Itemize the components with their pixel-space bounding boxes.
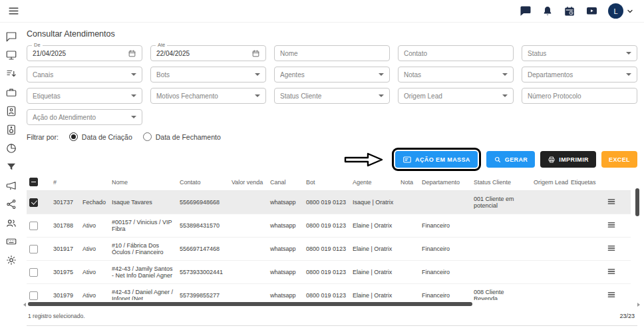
nome-input[interactable] [280, 50, 384, 57]
avatar[interactable]: L [608, 3, 623, 19]
imprimir-button[interactable]: IMPRIMIR [540, 151, 596, 168]
acao-atendimento-select[interactable]: Ação do Atendimento [27, 109, 142, 125]
chevron-down-icon [502, 73, 508, 76]
radio-data-criacao[interactable]: Data de Criação [69, 132, 132, 141]
status-text: Ativo [80, 214, 109, 238]
date-to-input[interactable] [156, 50, 247, 57]
acao-em-massa-button[interactable]: AÇÃO EM MASSA [395, 151, 478, 168]
table-header-row: # Nome Contato Valor venda Canal Bot Age… [27, 174, 631, 191]
sidebar-item-contacts[interactable] [5, 105, 18, 117]
row-menu-icon[interactable] [607, 244, 616, 253]
date-to-field[interactable]: Até [150, 45, 266, 61]
departamentos-select[interactable]: Departamentos [522, 67, 637, 82]
scroll-left-arrow[interactable] [23, 303, 26, 307]
vertical-scrollbar-thumb[interactable] [635, 188, 640, 216]
calendar-clock-icon[interactable] [564, 5, 575, 17]
sidebar-item-campaigns[interactable] [5, 180, 18, 192]
bell-icon[interactable] [542, 5, 554, 17]
numero-protocolo-input[interactable] [528, 92, 631, 100]
row-menu-icon[interactable] [607, 267, 616, 276]
col-valor-venda: Valor venda [229, 174, 267, 191]
radio-icon[interactable] [69, 132, 78, 141]
sidebar-item-integrations[interactable] [5, 198, 18, 210]
bots-select[interactable]: Bots [150, 67, 266, 82]
filtrar-por-label: Filtrar por: [27, 133, 59, 141]
filter-form: De Até Status Canais Bots Agentes Notas … [27, 45, 637, 125]
radio-data-fechamento[interactable]: Data de Fechamento [143, 132, 221, 141]
sidebar-item-desktop[interactable] [5, 49, 18, 61]
actions-row: AÇÃO EM MASSA GERAR IMPRIMIR EXCEL [27, 148, 637, 171]
row-checkbox[interactable] [29, 222, 38, 230]
chevron-down-icon [131, 94, 136, 97]
row-checkbox[interactable] [29, 198, 38, 207]
horizontal-scrollbar [27, 301, 637, 307]
video-icon[interactable] [585, 5, 598, 17]
col-id: # [51, 174, 80, 191]
col-etiquetas: Etiquetas [568, 174, 604, 191]
date-from-field[interactable]: De [27, 45, 142, 61]
sidebar-item-funnel[interactable] [5, 161, 18, 173]
calendar-icon[interactable] [128, 49, 136, 58]
numero-protocolo-field[interactable] [522, 88, 637, 104]
radio-icon[interactable] [143, 132, 152, 141]
date-from-input[interactable] [33, 50, 124, 57]
row-checkbox[interactable] [29, 291, 38, 300]
row-checkbox[interactable] [29, 268, 38, 277]
table-row[interactable]: 301917 Ativo #10 / Fábrica Dos Óculos / … [27, 238, 631, 261]
calendar-icon[interactable] [251, 49, 260, 58]
select-all-checkbox[interactable] [29, 178, 38, 186]
status-text: Ativo [80, 261, 109, 284]
notas-select[interactable]: Notas [398, 67, 514, 82]
table-row[interactable]: 301788 Ativo #00157 / Vinicius / VIP Fib… [27, 214, 631, 238]
sidebar-item-speaker[interactable] [5, 124, 18, 136]
annotation-arrow [344, 152, 384, 168]
motivos-fechamento-select[interactable]: Motivos Fechamento [150, 88, 266, 104]
results-table-zone: # Nome Contato Valor venda Canal Bot Age… [27, 174, 637, 307]
sidebar-item-settings[interactable] [5, 254, 18, 266]
user-menu[interactable]: L [608, 3, 633, 19]
col-nota: Nota [398, 174, 419, 191]
origem-lead-select[interactable]: Origem Lead [398, 88, 514, 104]
selected-count-text: 1 registro selecionado. [28, 313, 85, 319]
table-row[interactable]: 301737 Fechado Isaque Tavares 5566969486… [27, 191, 631, 214]
col-canal: Canal [267, 174, 303, 191]
col-actions [604, 174, 631, 191]
layout: Consultar Atendimentos De Até Status Can… [0, 23, 644, 328]
gerar-button[interactable]: GERAR [486, 151, 536, 168]
table-row[interactable]: 301979 Ativo #42-43 / Daniel Agner / Inf… [27, 284, 631, 301]
sidebar-item-chats[interactable] [5, 31, 18, 43]
date-to-label: Até [156, 43, 167, 48]
chevron-down-icon [131, 116, 136, 118]
col-bot: Bot [303, 174, 350, 191]
scroll-right-arrow[interactable] [637, 303, 640, 307]
etiquetas-select[interactable]: Etiquetas [27, 88, 142, 104]
status-select[interactable]: Status [522, 45, 637, 61]
row-menu-icon[interactable] [607, 290, 616, 299]
nome-field[interactable] [274, 45, 390, 61]
chevron-down-icon [626, 73, 631, 76]
row-menu-icon[interactable] [607, 220, 616, 230]
row-checkbox[interactable] [29, 245, 38, 253]
sidebar-item-users[interactable] [5, 217, 18, 229]
agentes-select[interactable]: Agentes [274, 67, 390, 82]
chevron-down-icon [131, 73, 136, 76]
sidebar-item-filter-list[interactable] [5, 68, 18, 80]
main-content: Consultar Atendimentos De Até Status Can… [23, 23, 644, 328]
status-cliente-select[interactable]: Status Cliente [274, 88, 390, 104]
col-nome: Nome [109, 174, 177, 191]
contato-input[interactable] [404, 50, 508, 57]
menu-icon[interactable] [8, 5, 19, 17]
chevron-down-icon [379, 94, 384, 97]
table-row[interactable]: 301975 Ativo #42-43 / Jamily Santos - Ne… [27, 261, 631, 284]
excel-button[interactable]: EXCEL [601, 151, 637, 168]
sidebar [0, 23, 23, 328]
chat-icon[interactable] [520, 5, 532, 17]
row-menu-icon[interactable] [607, 197, 616, 206]
sidebar-item-briefcase[interactable] [5, 86, 18, 98]
canais-select[interactable]: Canais [27, 67, 142, 82]
chevron-down-icon [626, 52, 631, 55]
contato-field[interactable] [398, 45, 514, 61]
sidebar-item-keyboard[interactable] [5, 236, 18, 247]
sidebar-item-reports[interactable] [5, 142, 18, 154]
horizontal-scrollbar-thumb[interactable] [28, 302, 472, 307]
